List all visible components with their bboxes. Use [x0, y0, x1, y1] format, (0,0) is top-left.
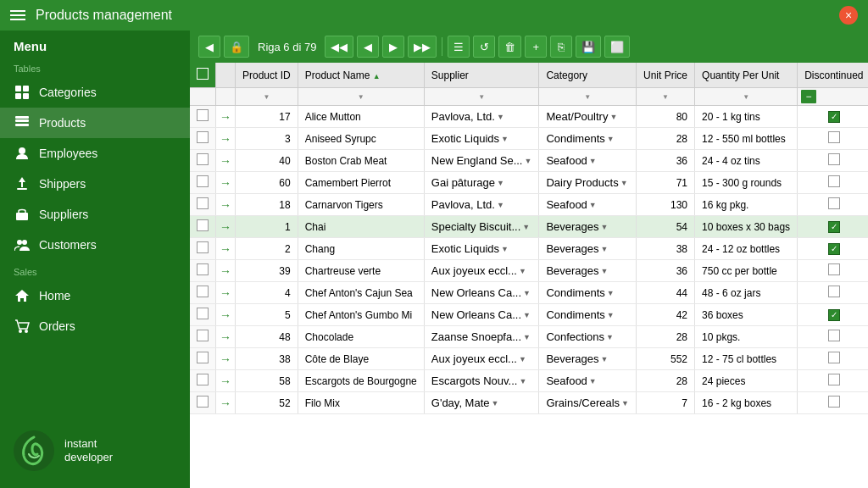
row-check-cell[interactable] [190, 282, 216, 304]
row-navigate-arrow[interactable]: → [220, 220, 231, 234]
discontinued-unchecked[interactable] [828, 263, 840, 275]
filter-quantity-btn[interactable]: ▼ [698, 93, 793, 101]
supplier-dropdown[interactable]: Escargots Nouv...▼ [431, 374, 532, 387]
row-check-cell[interactable] [190, 238, 216, 260]
category-dropdown[interactable]: Condiments▼ [546, 132, 629, 145]
row-arrow-cell[interactable]: → [216, 150, 236, 172]
row-checkbox[interactable] [197, 153, 209, 165]
toolbar-copy-button[interactable]: ⎘ [550, 36, 572, 58]
row-check-cell[interactable] [190, 128, 216, 150]
toolbar-next-button[interactable]: ▶ [382, 36, 404, 58]
discontinued-checked[interactable]: ✓ [828, 243, 840, 255]
row-discontinued[interactable] [798, 260, 868, 282]
th-discontinued[interactable]: Discontinued [798, 63, 868, 88]
row-arrow-cell[interactable]: → [216, 216, 236, 238]
filter-unit-price-btn[interactable]: ▼ [640, 93, 691, 101]
row-checkbox[interactable] [197, 175, 209, 187]
toolbar-prev-button[interactable]: ◀ [357, 36, 379, 58]
toolbar-export-button[interactable]: ⬜ [604, 36, 630, 58]
supplier-dropdown[interactable]: Zaanse Snoepfa...▼ [431, 330, 532, 343]
row-discontinued[interactable] [798, 194, 868, 216]
toolbar-lock-button[interactable]: 🔒 [224, 36, 249, 58]
row-arrow-cell[interactable]: → [216, 304, 236, 326]
discontinued-unchecked[interactable] [828, 374, 840, 385]
sidebar-item-employees[interactable]: Employees [0, 138, 190, 169]
row-discontinued[interactable] [798, 348, 868, 370]
category-dropdown[interactable]: Beverages▼ [546, 264, 629, 277]
supplier-dropdown[interactable]: Aux joyeux eccl...▼ [431, 264, 532, 277]
supplier-dropdown[interactable]: Pavlova, Ltd.▼ [431, 110, 532, 123]
row-arrow-cell[interactable]: → [216, 326, 236, 348]
row-navigate-arrow[interactable]: → [220, 396, 231, 410]
category-dropdown[interactable]: Meat/Poultry▼ [546, 110, 629, 123]
row-check-cell[interactable] [190, 216, 216, 238]
row-check-cell[interactable] [190, 370, 216, 392]
discontinued-checked[interactable]: ✓ [828, 111, 840, 123]
toolbar-last-button[interactable]: ▶▶ [408, 36, 437, 58]
row-arrow-cell[interactable]: → [216, 370, 236, 392]
filter-product-id-btn[interactable]: ▼ [239, 93, 294, 101]
category-dropdown[interactable]: Grains/Cereals▼ [546, 396, 629, 409]
category-dropdown[interactable]: Condiments▼ [546, 286, 629, 299]
category-dropdown[interactable]: Seafood▼ [546, 154, 629, 167]
row-check-cell[interactable] [190, 392, 216, 414]
sidebar-item-categories[interactable]: Categories [0, 77, 190, 108]
table-container[interactable]: Product ID Product Name ▲ Supplier Categ… [190, 63, 868, 488]
toolbar-first-button[interactable]: ◀◀ [325, 36, 353, 58]
row-discontinued[interactable] [798, 282, 868, 304]
row-check-cell[interactable] [190, 304, 216, 326]
category-dropdown[interactable]: Dairy Products▼ [546, 176, 629, 189]
discontinued-checked[interactable]: ✓ [828, 309, 840, 321]
discontinued-checked[interactable]: ✓ [828, 221, 840, 233]
toolbar-save-button[interactable]: 💾 [576, 36, 601, 58]
hamburger-menu-icon[interactable] [10, 10, 25, 20]
sidebar-item-orders[interactable]: Orders [0, 311, 190, 341]
th-unit-price[interactable]: Unit Price [637, 63, 695, 88]
row-discontinued[interactable] [798, 150, 868, 172]
filter-category-btn[interactable]: ▼ [542, 93, 632, 101]
sidebar-item-home[interactable]: Home [0, 280, 190, 311]
row-arrow-cell[interactable]: → [216, 392, 236, 414]
toolbar-add-button[interactable]: + [525, 36, 547, 58]
row-arrow-cell[interactable]: → [216, 348, 236, 370]
row-discontinued[interactable]: ✓ [798, 238, 868, 260]
filter-supplier-btn[interactable]: ▼ [428, 93, 536, 101]
discontinued-unchecked[interactable] [828, 153, 840, 165]
row-checkbox[interactable] [197, 109, 209, 121]
th-supplier[interactable]: Supplier [424, 63, 539, 88]
row-checkbox[interactable] [197, 396, 209, 408]
row-navigate-arrow[interactable]: → [220, 176, 231, 190]
row-arrow-cell[interactable]: → [216, 172, 236, 194]
row-arrow-cell[interactable]: → [216, 128, 236, 150]
supplier-dropdown[interactable]: Aux joyeux eccl...▼ [431, 352, 532, 365]
filter-discontinued-minus[interactable]: − [801, 90, 816, 103]
toolbar-filter-button[interactable]: ☰ [448, 36, 470, 58]
row-check-cell[interactable] [190, 150, 216, 172]
discontinued-unchecked[interactable] [828, 352, 840, 363]
discontinued-unchecked[interactable] [828, 197, 840, 209]
row-checkbox[interactable] [197, 286, 209, 297]
row-navigate-arrow[interactable]: → [220, 264, 231, 278]
row-discontinued[interactable] [798, 128, 868, 150]
row-arrow-cell[interactable]: → [216, 194, 236, 216]
row-navigate-arrow[interactable]: → [220, 110, 231, 124]
toolbar-delete-button[interactable]: 🗑 [498, 36, 521, 58]
discontinued-unchecked[interactable] [828, 286, 840, 297]
row-checkbox[interactable] [197, 330, 209, 341]
row-discontinued[interactable]: ✓ [798, 106, 868, 128]
row-arrow-cell[interactable]: → [216, 282, 236, 304]
category-dropdown[interactable]: Confections▼ [546, 330, 629, 343]
row-navigate-arrow[interactable]: → [220, 374, 231, 388]
row-checkbox[interactable] [197, 197, 209, 209]
row-checkbox[interactable] [197, 352, 209, 363]
supplier-dropdown[interactable]: Pavlova, Ltd.▼ [431, 198, 532, 211]
row-arrow-cell[interactable]: → [216, 260, 236, 282]
row-discontinued[interactable] [798, 172, 868, 194]
filter-product-name-btn[interactable]: ▼ [302, 93, 420, 101]
sidebar-item-customers[interactable]: Customers [0, 230, 190, 260]
row-checkbox[interactable] [197, 308, 209, 319]
row-navigate-arrow[interactable]: → [220, 286, 231, 300]
row-discontinued[interactable] [798, 370, 868, 392]
supplier-dropdown[interactable]: Exotic Liquids▼ [431, 132, 532, 145]
row-checkbox[interactable] [197, 374, 209, 385]
